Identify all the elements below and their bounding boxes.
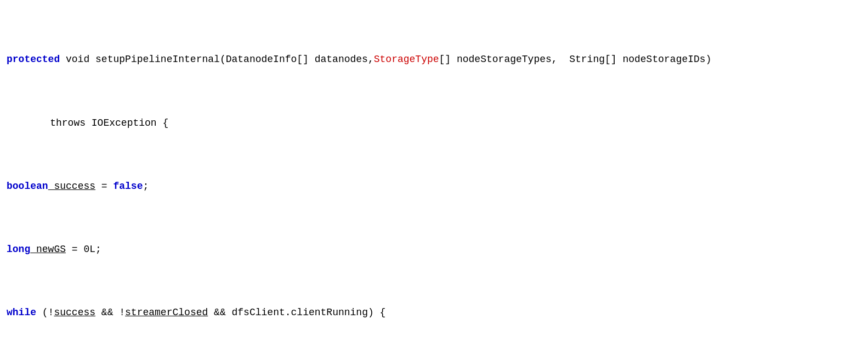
var-clientrunning: dfsClient.clientRunning: [232, 307, 368, 318]
line-1: protected void setupPipelineInternal(Dat…: [7, 52, 861, 68]
equals-4: =: [66, 244, 83, 255]
var-newgs: newGS: [30, 244, 66, 255]
storage-type: StorageType: [374, 54, 439, 65]
semi-4: ;: [95, 244, 101, 255]
while-and1: && !: [95, 307, 125, 318]
keyword-protected: protected: [7, 54, 60, 65]
var-success-2: success: [54, 307, 95, 318]
while-paren: (!: [36, 307, 54, 318]
throws-line: throws IOException {: [26, 118, 168, 128]
keyword-while: while: [7, 307, 36, 318]
line-4: long newGS = 0L;: [7, 242, 861, 258]
method-name: setupPipelineInternal: [95, 54, 220, 65]
var-streamerclosed: streamerClosed: [125, 307, 208, 318]
line-3: boolean success = false;: [7, 178, 861, 194]
while-end: ) {: [368, 307, 385, 318]
line-5: while (!success && !streamerClosed && df…: [7, 305, 861, 321]
void-keyword: void: [60, 54, 95, 65]
line-2: throws IOException {: [7, 115, 861, 131]
while-and2: &&: [208, 307, 231, 318]
equals-sign: =: [95, 181, 113, 192]
params-before-storage: (DatanodeInfo[] datanodes,: [220, 54, 374, 65]
params-after-storage: [] nodeStorageTypes, String[] nodeStorag…: [439, 54, 712, 65]
semicolon-3: ;: [143, 181, 149, 192]
keyword-false: false: [113, 181, 143, 192]
code-block: protected void setupPipelineInternal(Dat…: [7, 4, 861, 341]
keyword-boolean: boolean: [7, 181, 48, 192]
keyword-long: long: [7, 244, 30, 255]
var-success: success: [48, 181, 95, 192]
val-0l: 0L: [83, 244, 95, 255]
